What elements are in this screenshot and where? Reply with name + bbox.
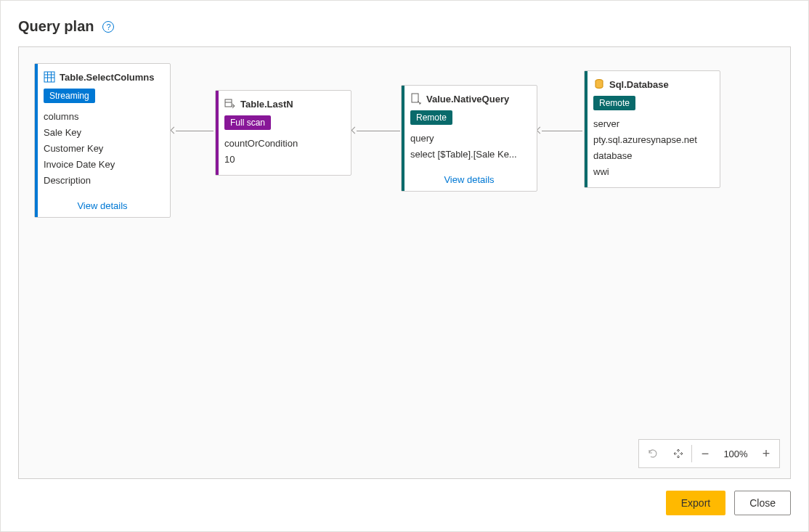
svg-rect-5 [225, 99, 232, 107]
close-button[interactable]: Close [734, 491, 791, 515]
footer: Export Close [18, 479, 791, 515]
accent-bar [216, 91, 219, 175]
node-header: Table.SelectColumns [35, 64, 170, 87]
node-native-query[interactable]: Value.NativeQuery Remote query select [$… [401, 85, 537, 192]
zoom-value: 100% [718, 449, 753, 459]
node-row: select [$Table].[Sale Ke... [410, 147, 528, 163]
export-button[interactable]: Export [666, 491, 725, 515]
node-row: Customer Key [44, 141, 161, 157]
query-plan-canvas[interactable]: Table.SelectColumns Streaming columns Sa… [18, 46, 791, 479]
accent-bar [35, 64, 38, 217]
node-body: countOrCondition 10 [216, 136, 351, 175]
node-row: pty.sql.azuresynapse.net [593, 132, 711, 148]
view-details-link[interactable]: View details [35, 196, 170, 217]
node-title: Value.NativeQuery [426, 94, 509, 105]
arrow [176, 131, 214, 131]
accent-bar [402, 86, 404, 191]
query-icon [410, 93, 422, 105]
node-row: database [593, 148, 711, 164]
svg-rect-7 [412, 94, 418, 102]
accent-bar [585, 71, 588, 187]
node-header: Table.LastN [216, 91, 351, 114]
node-row: query [410, 131, 528, 147]
node-row: Sale Key [44, 125, 161, 141]
node-body: server pty.sql.azuresynapse.net database… [585, 116, 720, 187]
node-body: columns Sale Key Customer Key Invoice Da… [35, 109, 170, 196]
node-row: columns [44, 109, 161, 125]
node-select-columns[interactable]: Table.SelectColumns Streaming columns Sa… [34, 63, 171, 218]
view-details-link[interactable]: View details [402, 170, 537, 191]
node-lastn[interactable]: Table.LastN Full scan countOrCondition 1… [215, 90, 351, 176]
help-icon[interactable]: ? [102, 21, 114, 33]
node-sql-database[interactable]: Sql.Database Remote server pty.sql.azure… [584, 70, 720, 188]
arrow [357, 131, 400, 131]
zoom-in-button[interactable]: + [753, 440, 779, 467]
node-row: wwi [593, 164, 711, 180]
database-icon [593, 78, 605, 90]
node-row: 10 [224, 152, 342, 168]
badge-remote: Remote [410, 110, 452, 125]
node-title: Table.SelectColumns [60, 72, 155, 83]
node-row: Invoice Date Key [44, 157, 161, 173]
zoom-out-button[interactable]: − [692, 440, 718, 467]
table-rows-icon [224, 98, 236, 110]
node-header: Sql.Database [585, 71, 720, 94]
badge-remote: Remote [593, 96, 635, 110]
page-title: Query plan [18, 18, 94, 35]
node-row: server [593, 116, 711, 132]
arrow [542, 131, 582, 131]
badge-fullscan: Full scan [224, 115, 271, 130]
node-title: Sql.Database [609, 79, 669, 90]
node-title: Table.LastN [240, 99, 293, 110]
fit-icon[interactable] [665, 440, 691, 467]
svg-rect-0 [44, 72, 54, 82]
node-row: countOrCondition [224, 136, 342, 152]
badge-streaming: Streaming [44, 89, 95, 103]
table-icon [44, 71, 55, 83]
node-header: Value.NativeQuery [402, 86, 537, 109]
node-row: Description [44, 173, 161, 189]
node-body: query select [$Table].[Sale Ke... [402, 131, 537, 170]
zoom-panel: − 100% + [638, 439, 780, 468]
undo-icon[interactable] [639, 440, 665, 467]
header: Query plan ? [18, 18, 791, 35]
